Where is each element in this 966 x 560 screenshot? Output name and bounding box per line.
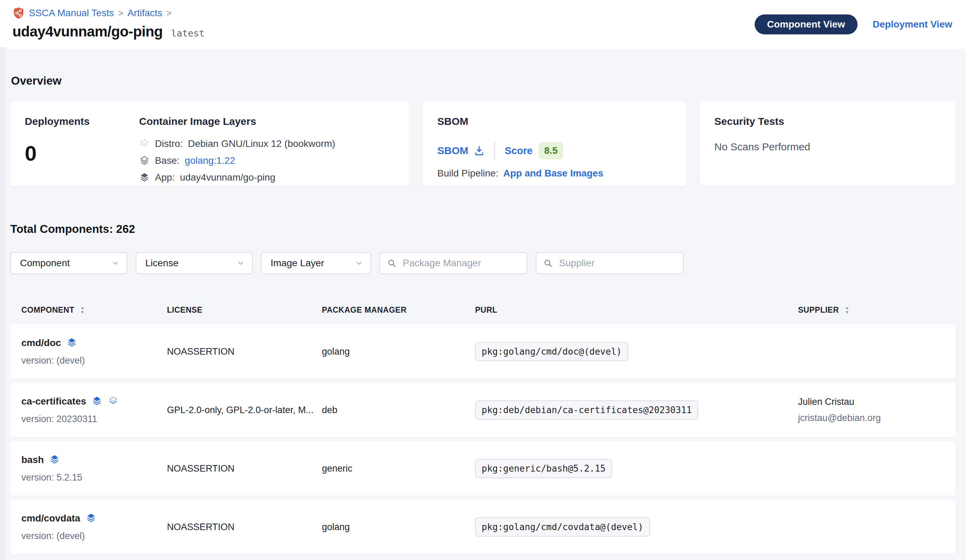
view-toggle: Component View Deployment View (755, 15, 952, 34)
total-components-heading: Total Components: 262 (10, 223, 956, 236)
build-pipeline-label: Build Pipeline: (437, 168, 498, 179)
purl-chip: pkg:deb/debian/ca-certificates@20230311 (475, 400, 698, 420)
purl-chip: pkg:golang/cmd/covdata@(devel) (475, 517, 650, 537)
package-manager-cell: generic (322, 463, 475, 474)
license-filter-dropdown[interactable]: License (136, 252, 253, 274)
top-bar-left: SSCA Manual Tests > Artifacts > uday4vun… (12, 7, 204, 40)
license-filter-label: License (145, 258, 179, 269)
vertical-divider (495, 142, 495, 160)
security-tests-status: No Scans Performed (715, 141, 941, 153)
layer-base-label: Base: (155, 155, 180, 166)
sort-icon (843, 305, 852, 315)
sbom-score-link[interactable]: Score 8.5 (505, 142, 563, 159)
overview-heading: Overview (11, 74, 956, 87)
sbom-download-link[interactable]: SBOM (437, 145, 485, 157)
artifact-tag: latest (171, 28, 205, 39)
table-row[interactable]: cmd/doc version: (devel) NOASSERTION gol… (10, 324, 956, 379)
component-cell: bash version: 5.2.15 (10, 454, 167, 483)
breadcrumb-separator: > (118, 8, 123, 18)
supplier-cell: Julien Cristau jcristau@debian.org (798, 396, 956, 423)
layer-row-base: Base: golang:1.22 (139, 155, 335, 166)
app-layer-icon (49, 454, 60, 465)
license-cell: NOASSERTION (167, 522, 322, 532)
component-name: bash (21, 454, 44, 465)
layer-row-distro: Distro: Debian GNU/Linux 12 (bookworm) (139, 138, 335, 149)
license-cell: NOASSERTION (167, 346, 322, 357)
purl-cell: pkg:generic/bash@5.2.15 (475, 459, 798, 478)
package-manager-cell: golang (322, 522, 475, 532)
layer-distro-icon (139, 139, 150, 149)
main-content: Overview Deployments 0 Container Image L… (0, 74, 966, 554)
component-version: version: 5.2.15 (21, 472, 167, 483)
deployments-count: 0 (25, 141, 139, 165)
security-tests-title: Security Tests (715, 116, 941, 127)
image-layer-filter-label: Image Layer (271, 258, 324, 269)
base-image-link[interactable]: golang:1.22 (185, 155, 235, 166)
table-row[interactable]: bash version: 5.2.15 NOASSERTION generic… (10, 441, 956, 496)
table-row[interactable]: cmd/covdata version: (devel) NOASSERTION… (10, 500, 956, 554)
supplier-cell (798, 349, 956, 354)
base-layer-icon (108, 396, 118, 406)
column-header-purl-label: PURL (475, 305, 498, 315)
image-layers-title: Container Image Layers (139, 116, 335, 127)
purl-chip: pkg:generic/bash@5.2.15 (475, 459, 612, 478)
app-layer-icon (86, 513, 96, 524)
layer-base-icon (139, 156, 150, 166)
breadcrumb: SSCA Manual Tests > Artifacts > (12, 7, 204, 19)
purl-cell: pkg:golang/cmd/doc@(devel) (475, 342, 798, 361)
sort-icon (78, 305, 87, 315)
package-manager-cell: golang (322, 346, 475, 357)
component-name: cmd/doc (21, 337, 61, 349)
license-cell: GPL-2.0-only, GPL-2.0-or-later, M... (167, 405, 322, 416)
column-header-supplier-label: SUPPLIER (798, 305, 839, 315)
image-layer-filter-dropdown[interactable]: Image Layer (261, 252, 371, 274)
column-header-package-manager: PACKAGE MANAGER (322, 305, 475, 315)
package-manager-cell: deb (322, 405, 475, 416)
component-filter-label: Component (20, 258, 70, 269)
top-bar: SSCA Manual Tests > Artifacts > uday4vun… (0, 0, 966, 49)
component-name: ca-certificates (21, 396, 86, 407)
chevron-down-icon (236, 259, 245, 268)
supplier-search-input[interactable] (559, 257, 676, 269)
score-badge: 8.5 (539, 142, 563, 159)
package-manager-search (380, 252, 527, 274)
license-cell: NOASSERTION (167, 463, 322, 474)
layer-distro-value: Debian GNU/Linux 12 (bookworm) (188, 138, 335, 149)
build-pipeline-link[interactable]: App and Base Images (503, 168, 603, 179)
app-layer-icon (92, 396, 102, 406)
purl-chip: pkg:golang/cmd/doc@(devel) (475, 342, 628, 361)
package-manager-search-input[interactable] (402, 257, 520, 269)
column-header-supplier[interactable]: SUPPLIER (798, 305, 956, 315)
component-view-button[interactable]: Component View (755, 15, 858, 34)
component-version: version: 20230311 (21, 414, 167, 424)
sbom-title: SBOM (437, 116, 672, 127)
component-name: cmd/covdata (21, 513, 80, 524)
app-layer-icon (66, 337, 77, 348)
supplier-name: Julien Cristau (798, 396, 956, 407)
supplier-cell (798, 524, 956, 530)
purl-cell: pkg:deb/debian/ca-certificates@20230311 (475, 400, 798, 420)
supplier-search (536, 252, 684, 274)
component-cell: cmd/doc version: (devel) (10, 337, 167, 366)
components-table-header: COMPONENT LICENSE PACKAGE MANAGER PURL S… (10, 295, 956, 324)
layer-row-app: App: uday4vunnam/go-ping (139, 172, 335, 183)
column-header-purl: PURL (475, 305, 798, 315)
shield-graph-icon (12, 7, 25, 19)
column-header-component[interactable]: COMPONENT (10, 305, 167, 315)
breadcrumb-project-link[interactable]: SSCA Manual Tests (29, 8, 114, 18)
security-tests-card: Security Tests No Scans Performed (700, 102, 956, 186)
breadcrumb-artifacts-link[interactable]: Artifacts (127, 8, 162, 18)
deployments-title: Deployments (25, 116, 139, 127)
component-filter-dropdown[interactable]: Component (10, 252, 127, 274)
component-cell: ca-certificates version: 20230311 (10, 396, 167, 424)
layer-distro-label: Distro: (155, 138, 183, 149)
column-header-license-label: LICENSE (167, 305, 202, 315)
left-gutter (0, 47, 5, 560)
breadcrumb-separator: > (166, 8, 171, 18)
deployment-view-button[interactable]: Deployment View (873, 19, 952, 30)
layer-app-icon (139, 172, 150, 183)
overview-cards: Deployments 0 Container Image Layers Dis… (10, 102, 956, 186)
search-icon (543, 258, 553, 268)
table-row[interactable]: ca-certificates version: 20230311 GPL-2.… (10, 383, 956, 437)
deployments-block: Deployments 0 (25, 116, 139, 172)
